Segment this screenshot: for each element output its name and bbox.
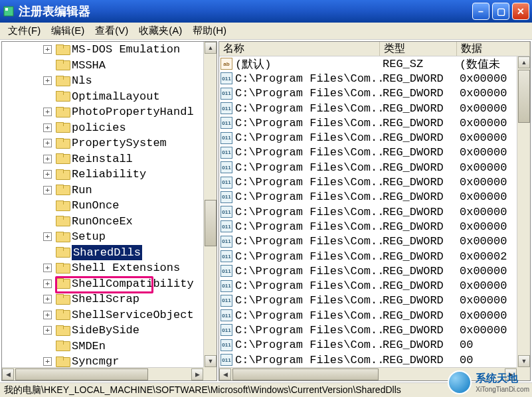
column-type[interactable]: 类型	[380, 42, 457, 56]
tree-node[interactable]: +PropertySystem	[43, 135, 203, 151]
tree-node[interactable]: +ShellScrap	[43, 291, 203, 307]
title-bar: 注册表编辑器 – ▢ ✕	[0, 0, 532, 23]
list-row[interactable]: 011C:\Program Files\Com...REG_DWORD0x000…	[219, 264, 517, 278]
expand-icon[interactable]: +	[43, 232, 52, 241]
tree-node[interactable]: +MS-DOS Emulation	[43, 42, 203, 58]
expand-icon[interactable]: +	[43, 279, 52, 288]
cell-type: REG_DWORD	[383, 117, 460, 129]
list-row[interactable]: 011C:\Program Files\Com...REG_DWORD0x000…	[219, 86, 517, 101]
tree-node[interactable]: +Setup	[43, 229, 203, 245]
list-row[interactable]: 011C:\Program Files\Com...REG_DWORD0x000…	[219, 130, 517, 145]
list-row[interactable]: 011C:\Program Files\Com...REG_DWORD00	[219, 338, 517, 353]
expand-icon[interactable]: +	[43, 264, 52, 272]
expand-icon[interactable]: +	[43, 76, 52, 85]
tree-horizontal-scrollbar[interactable]: ◀ ▶	[2, 367, 203, 380]
scroll-thumb[interactable]	[232, 368, 379, 380]
list-row[interactable]: 011C:\Program Files\Com...REG_DWORD0x000…	[219, 116, 517, 130]
list-row[interactable]: 011C:\Program Files\Com...REG_DWORD0x000…	[219, 308, 517, 323]
tree-node[interactable]: +ShellServiceObject	[43, 307, 203, 323]
list-row[interactable]: 011C:\Program Files\Com...REG_DWORD0x000…	[219, 71, 517, 86]
scroll-down-icon[interactable]: ▼	[205, 355, 217, 367]
tree-node[interactable]: +SharedDlls	[43, 245, 203, 261]
list-body[interactable]: ab(默认)REG_SZ(数值未011C:\Program Files\Com.…	[219, 56, 517, 367]
column-name[interactable]: 名称	[219, 42, 380, 56]
scroll-thumb[interactable]	[15, 368, 148, 380]
scroll-thumb[interactable]	[518, 70, 530, 123]
list-row[interactable]: 011C:\Program Files\Com...REG_DWORD0x000…	[219, 323, 517, 337]
list-row[interactable]: ab(默认)REG_SZ(数值未	[219, 56, 517, 71]
registry-tree[interactable]: +MS-DOS Emulation+MSSHA+Nls+OptimalLayou…	[2, 42, 203, 367]
menu-view[interactable]: 查看(V)	[90, 23, 133, 39]
tree-node[interactable]: +SMDEn	[43, 339, 203, 355]
list-row[interactable]: 011C:\Program Files\Com...REG_DWORD0x000…	[219, 278, 517, 293]
scroll-thumb[interactable]	[205, 200, 217, 246]
expand-icon[interactable]: +	[43, 123, 52, 132]
tree-node[interactable]: +ShellCompatibility	[43, 276, 203, 292]
scroll-down-icon[interactable]: ▼	[518, 355, 530, 367]
menu-edit[interactable]: 编辑(E)	[46, 23, 90, 39]
tree-node[interactable]: +Nls	[43, 73, 203, 89]
scroll-up-icon[interactable]: ▲	[518, 56, 530, 68]
expand-icon[interactable]: +	[43, 357, 52, 366]
list-horizontal-scrollbar[interactable]: ◀ ▶	[219, 367, 517, 380]
expand-icon[interactable]: +	[43, 186, 52, 195]
tree-vertical-scrollbar[interactable]: ▲ ▼	[203, 42, 217, 367]
tree-node[interactable]: +Reliability	[43, 167, 203, 183]
tree-node[interactable]: +PhotoPropertyHandl	[43, 104, 203, 120]
tree-node[interactable]: +RunOnceEx	[43, 214, 203, 230]
tree-node[interactable]: +Reinstall	[43, 151, 203, 167]
list-row[interactable]: 011C:\Program Files\Com...REG_DWORD0x000…	[219, 249, 517, 264]
minimize-button[interactable]: –	[472, 3, 489, 20]
cell-name: C:\Program Files\Com...	[235, 176, 383, 189]
binary-value-icon: 011	[221, 295, 232, 307]
menu-file[interactable]: 文件(F)	[3, 23, 46, 39]
list-row[interactable]: 011C:\Program Files\Com...REG_DWORD00	[219, 353, 517, 367]
menu-favorites[interactable]: 收藏夹(A)	[133, 23, 187, 39]
tree-node[interactable]: +MSSHA	[43, 58, 203, 74]
expand-icon[interactable]: +	[43, 155, 52, 163]
cell-type: REG_DWORD	[383, 176, 460, 189]
list-row[interactable]: 011C:\Program Files\Com...REG_DWORD0x000…	[219, 190, 517, 204]
scroll-right-icon[interactable]: ▶	[505, 368, 517, 380]
tree-node-label: Setup	[72, 229, 106, 245]
list-pane: 名称 类型 数据 ab(默认)REG_SZ(数值未011C:\Program F…	[219, 41, 531, 381]
column-data[interactable]: 数据	[457, 42, 530, 56]
tree-node[interactable]: +RunOnce	[43, 198, 203, 214]
scroll-up-icon[interactable]: ▲	[205, 42, 217, 54]
scroll-right-icon[interactable]: ▶	[191, 368, 203, 380]
expand-icon[interactable]: +	[43, 139, 52, 147]
list-row[interactable]: 011C:\Program Files\Com...REG_DWORD0x000…	[219, 219, 517, 234]
expand-icon[interactable]: +	[43, 170, 52, 179]
scroll-left-icon[interactable]: ◀	[219, 368, 231, 380]
tree-node[interactable]: +SideBySide	[43, 323, 203, 339]
expand-icon[interactable]: +	[43, 108, 52, 116]
expand-icon[interactable]: +	[43, 326, 52, 335]
list-row[interactable]: 011C:\Program Files\Com...REG_DWORD0x000…	[219, 293, 517, 308]
tree-node[interactable]: +OptimalLayout	[43, 89, 203, 105]
list-row[interactable]: 011C:\Program Files\Com...REG_DWORD0x000…	[219, 145, 517, 160]
expand-icon[interactable]: +	[43, 295, 52, 303]
tree-node[interactable]: +Run	[43, 183, 203, 198]
list-row[interactable]: 011C:\Program Files\Com...REG_DWORD0x000…	[219, 160, 517, 175]
close-button[interactable]: ✕	[512, 3, 529, 20]
cell-type: REG_DWORD	[383, 279, 460, 292]
maximize-button[interactable]: ▢	[492, 3, 509, 20]
list-vertical-scrollbar[interactable]: ▲ ▼	[517, 56, 530, 367]
tree-node[interactable]: +Syncmgr	[43, 354, 203, 367]
no-expander: +	[43, 248, 52, 257]
tree-node[interactable]: +policies	[43, 120, 203, 136]
folder-icon	[56, 107, 69, 118]
tree-node[interactable]: +Shell Extensions	[43, 260, 203, 276]
list-row[interactable]: 011C:\Program Files\Com...REG_DWORD0x000…	[219, 234, 517, 249]
scroll-left-icon[interactable]: ◀	[2, 368, 14, 380]
expand-icon[interactable]: +	[43, 45, 52, 54]
expand-icon[interactable]: +	[43, 311, 52, 319]
list-row[interactable]: 011C:\Program Files\Com...REG_DWORD0x000…	[219, 101, 517, 116]
binary-value-icon: 011	[221, 354, 232, 366]
list-row[interactable]: 011C:\Program Files\Com...REG_DWORD0x000…	[219, 175, 517, 189]
list-row[interactable]: 011C:\Program Files\Com...REG_DWORD0x000…	[219, 204, 517, 219]
cell-type: REG_DWORD	[383, 220, 460, 233]
cell-name: C:\Program Files\Com...	[235, 354, 383, 366]
binary-value-icon: 011	[221, 88, 232, 100]
menu-help[interactable]: 帮助(H)	[187, 23, 232, 39]
